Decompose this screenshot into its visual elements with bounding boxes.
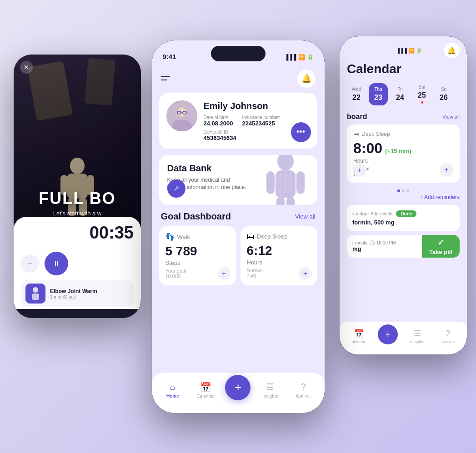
svg-point-0: [70, 158, 85, 174]
right-section-header: board View all: [340, 113, 467, 124]
nav-home[interactable]: ⌂ Home: [159, 382, 186, 398]
sleep-normal: Normal 7:45: [353, 166, 453, 177]
goals-section-header: Goal Dashboard View all: [152, 211, 325, 226]
clock-icon: 🕓: [369, 240, 375, 245]
menu-button[interactable]: [161, 71, 175, 86]
sleep-time: 8:00: [353, 140, 382, 157]
add-button[interactable]: +: [225, 375, 251, 400]
right-phone: ▐▐▐ 🛜 🔋 🔔 Calendar Wed 22 Thu 23 Fri 24 …: [340, 36, 467, 354]
cal-day-sn[interactable]: Sn 26: [434, 83, 453, 105]
pause-button[interactable]: ⏸: [45, 252, 68, 275]
svg-rect-20: [276, 197, 285, 205]
right-insights-label: Insights: [410, 339, 424, 344]
sleep-goal-card: 🛏 Deep Sleep 6:12 Hours Normal 7:45 +: [241, 226, 317, 285]
right-page-title: Calendar: [340, 62, 467, 81]
menu-line-2: [161, 80, 167, 80]
thu-label: Thu: [374, 87, 382, 92]
med-2-left: r meals 🕓 16:00 PM mg: [347, 235, 422, 258]
profile-card: Emily Johnson Date of birth: 24.08.2000 …: [159, 93, 317, 149]
right-battery-icon: 🔋: [416, 48, 422, 54]
bottom-nav: ⌂ Home 📅 Calendar + ☰ Insights ? Ask me: [152, 373, 325, 413]
back-button[interactable]: ←: [21, 254, 39, 273]
right-calendar-icon: 📅: [354, 329, 364, 339]
take-pill-button[interactable]: ✓ Take pill: [422, 235, 460, 258]
dynamic-island: [211, 46, 266, 61]
sn-label: Sn: [441, 87, 446, 92]
body-figure: [254, 155, 317, 205]
right-wifi-icon: 🛜: [408, 48, 415, 54]
sleep-add-button[interactable]: +: [299, 267, 312, 280]
ask-me-icon: ?: [301, 382, 306, 392]
status-icons: ▐▐▐ 🛜 🔋: [285, 54, 314, 60]
center-phone: 9:41 ▐▐▐ 🛜 🔋 🔔: [152, 40, 325, 413]
medication-card-2: r meals 🕓 16:00 PM mg ✓ Take pill: [347, 235, 460, 258]
nav-insights[interactable]: ☰ Insights: [256, 382, 284, 399]
goals-title: Goal Dashboard: [161, 211, 231, 222]
workout-subtitle: Let's start with a w: [14, 210, 141, 217]
right-bottom-nav: 📅 alendar + ☰ Insights ? Ask me: [340, 322, 467, 354]
right-nav-calendar[interactable]: 📅 alendar: [347, 329, 370, 344]
insights-label: Insights: [262, 394, 278, 399]
fri-num: 24: [396, 94, 404, 102]
dob-label: Date of birth:: [204, 115, 233, 120]
sat-num: 25: [418, 91, 426, 100]
right-view-all[interactable]: View all: [442, 114, 460, 119]
cal-day-fri[interactable]: Fri 24: [391, 83, 410, 105]
battery-icon: 🔋: [307, 54, 314, 60]
cal-day-thu[interactable]: Thu 23: [369, 83, 388, 105]
exercise-duration: 1 min 30 sec: [50, 294, 97, 299]
thu-num: 23: [374, 94, 382, 102]
med-2-time: 16:00 PM: [376, 240, 396, 245]
sleep-add-button[interactable]: +: [440, 163, 453, 177]
signal-icon: ▐▐▐: [285, 54, 296, 60]
nav-calendar[interactable]: 📅 Calendar: [192, 382, 220, 399]
databank-link-button[interactable]: ↗: [167, 179, 185, 198]
svg-rect-19: [296, 171, 305, 194]
right-nav-insights[interactable]: ☰ Insights: [406, 329, 429, 344]
more-options-button[interactable]: •••: [291, 122, 311, 142]
add-reminder[interactable]: + Add reminders: [340, 194, 467, 205]
right-status-icons: ▐▐▐ 🛜 🔋: [396, 48, 422, 54]
close-button[interactable]: ✕: [20, 61, 33, 74]
exercise-thumbnail: [25, 284, 45, 304]
home-label: Home: [166, 393, 179, 398]
right-nav-ask-me[interactable]: ? Ask me: [436, 329, 459, 344]
dot-1: [397, 189, 400, 192]
med-2-after: r meals: [352, 240, 367, 245]
workout-title: FULL BO: [14, 189, 141, 208]
cal-day-wed[interactable]: Wed 22: [347, 83, 366, 105]
sleep-icon: 🛏: [247, 233, 254, 241]
walk-add-button[interactable]: +: [218, 267, 230, 280]
svg-point-7: [33, 287, 38, 293]
right-notification-button[interactable]: 🔔: [444, 43, 460, 58]
sat-dot: [421, 101, 423, 104]
walk-type: Walk: [177, 234, 190, 240]
svg-rect-8: [32, 294, 39, 300]
svg-rect-21: [286, 197, 295, 205]
sleep-left-add[interactable]: +: [353, 164, 366, 177]
sleep-card: 🛏 Deep Sleep 8:00 (+15 min) Hours Normal…: [347, 124, 460, 183]
notification-button[interactable]: 🔔: [297, 70, 316, 88]
right-add-button[interactable]: +: [378, 324, 398, 344]
nav-ask-me[interactable]: ? Ask me: [290, 382, 317, 398]
wed-label: Wed: [352, 87, 361, 92]
sleep-bed-icon: 🛏: [353, 131, 359, 137]
cal-day-sat[interactable]: Sat 25: [412, 81, 431, 107]
sleep-add-btn-left[interactable]: +: [353, 164, 366, 177]
med-1-name: formin, 500 mg: [352, 219, 454, 226]
sleep-time-row: 8:00 (+15 min): [353, 140, 453, 157]
dob-field: Date of birth: 24.08.2000: [204, 115, 233, 127]
right-ask-me-icon: ?: [446, 329, 450, 339]
wifi-icon: 🛜: [298, 54, 305, 60]
walk-unit: Steps: [165, 259, 230, 266]
insurance-label: Insurance number:: [242, 115, 280, 120]
sn-num: 26: [440, 94, 448, 102]
right-insights-icon: ☰: [414, 329, 421, 339]
fri-label: Fri: [397, 87, 403, 92]
status-time: 9:41: [163, 53, 176, 60]
med-2-name: mg: [352, 245, 416, 252]
sleep-delta: (+15 min): [385, 148, 411, 154]
goals-view-all[interactable]: View all: [295, 213, 316, 220]
right-ask-me-label: Ask me: [441, 339, 455, 344]
take-pill-label: Take pill: [429, 249, 452, 255]
